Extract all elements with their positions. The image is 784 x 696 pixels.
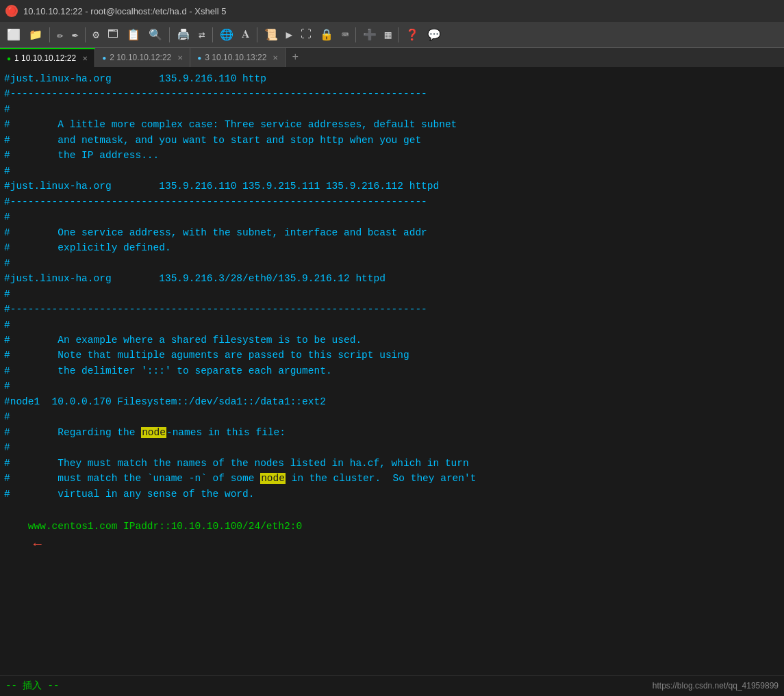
terminal-line-1: #just.linux-ha.org 135.9.216.110 http xyxy=(4,71,780,86)
new-tab-button[interactable]: + xyxy=(286,48,305,67)
terminal-line-19: # Note that multiple aguments are passed… xyxy=(4,348,780,363)
terminal-line-20: # the delimiter ':::' to separate each a… xyxy=(4,363,780,378)
sep5 xyxy=(257,27,257,42)
search-icon[interactable]: 🔍 xyxy=(146,27,165,43)
terminal-line-26: # They must match the names of the nodes… xyxy=(4,456,780,471)
terminal-line-2: #---------------------------------------… xyxy=(4,86,780,101)
globe-icon[interactable]: 🌐 xyxy=(217,27,236,43)
tab-1-close[interactable]: ✕ xyxy=(82,55,88,62)
tab-2-label: 2 10.10.10.12:22 xyxy=(110,53,171,62)
status-bar: -- 插入 -- https://blog.csdn.net/qq_419598… xyxy=(0,675,784,696)
sep2 xyxy=(85,27,86,42)
terminal-line-9: #---------------------------------------… xyxy=(4,194,780,209)
terminal-line-3: # xyxy=(4,102,780,117)
new-session-icon[interactable]: ⬜ xyxy=(4,27,23,43)
terminal-line-25: # xyxy=(4,440,780,455)
chat-icon[interactable]: 💬 xyxy=(425,27,444,43)
sep1 xyxy=(49,27,50,42)
font-icon[interactable]: 𝐀 xyxy=(239,27,253,42)
layout-icon[interactable]: ▦ xyxy=(382,27,394,43)
tab-3-close[interactable]: ✕ xyxy=(273,54,278,62)
app-icon: 🔴 xyxy=(5,5,18,17)
tab-3[interactable]: ● 3 10.10.10.13:22 ✕ xyxy=(190,48,286,67)
sep6 xyxy=(355,27,356,42)
terminal-line-21: # xyxy=(4,378,780,394)
terminal-line-18: # An example where a shared filesystem i… xyxy=(4,333,780,348)
open-icon[interactable]: 📁 xyxy=(26,27,45,43)
terminal-line-23: # xyxy=(4,409,780,424)
terminal-line-17: # xyxy=(4,318,780,333)
toolbar: ⬜ 📁 ✏️ ✒️ ⚙️ 🗔 📋 🔍 🖨️ ⇄ 🌐 𝐀 📜 ▶️ ⛶ 🔒 ⌨️ … xyxy=(0,22,784,48)
terminal-line-14: #just.linux-ha.org 135.9.216.3/28/eth0/1… xyxy=(4,271,780,286)
tab-3-dot: ● xyxy=(197,54,201,62)
script-icon[interactable]: 📜 xyxy=(262,27,281,43)
highlight-node-2: node xyxy=(260,473,286,484)
title-bar: 🔴 10.10.10.12:22 - root@localhost:/etc/h… xyxy=(0,0,784,22)
plus-icon[interactable]: ➕ xyxy=(360,27,379,43)
terminal-line-10: # xyxy=(4,209,780,224)
terminal-line-4: # A little more complex case: Three serv… xyxy=(4,117,780,132)
fullscreen-icon[interactable]: ⛶ xyxy=(298,27,314,42)
insert-status: -- 插入 -- xyxy=(5,679,59,694)
sep7 xyxy=(398,27,399,42)
sep4 xyxy=(212,27,213,42)
terminal-cmd-line: www.centos1.com IPaddr::10.10.10.100/24/… xyxy=(4,503,780,570)
tab-1-dot: ● xyxy=(7,55,11,62)
terminal-area[interactable]: #just.linux-ha.org 135.9.216.110 http #-… xyxy=(0,68,784,696)
tab-3-label: 3 10.10.10.13:22 xyxy=(205,53,266,62)
keyboard-icon[interactable]: ⌨️ xyxy=(339,27,351,43)
arrow-indicator: ← xyxy=(34,537,42,552)
terminal-line-11: # One service address, with the subnet, … xyxy=(4,225,780,240)
tab-1[interactable]: ● 1 10.10.10.12:22 ✕ xyxy=(0,48,95,67)
terminal-line-16: #---------------------------------------… xyxy=(4,302,780,317)
terminal-line-27: # must match the `uname -n` of some node… xyxy=(4,471,780,486)
sep3 xyxy=(169,27,170,42)
macro-icon[interactable]: ▶️ xyxy=(283,27,296,43)
lock-icon[interactable]: 🔒 xyxy=(317,27,336,43)
cmd-text: www.centos1.com IPaddr::10.10.10.100/24/… xyxy=(28,521,302,532)
print-icon[interactable]: 🖨️ xyxy=(174,27,193,43)
settings-icon[interactable]: ⚙️ xyxy=(90,27,102,43)
watermark: https://blog.csdn.net/qq_41959899 xyxy=(653,680,779,693)
tab-bar: ● 1 10.10.10.12:22 ✕ ● 2 10.10.10.12:22 … xyxy=(0,48,784,68)
edit-icon[interactable]: ✏️ xyxy=(54,27,66,43)
window-icon[interactable]: 🗔 xyxy=(105,27,121,42)
copy-icon[interactable]: 📋 xyxy=(124,27,143,43)
tab-2[interactable]: ● 2 10.10.10.12:22 ✕ xyxy=(95,48,190,67)
terminal-line-12: # explicitly defined. xyxy=(4,240,780,255)
terminal-line-6: # the IP address... xyxy=(4,148,780,163)
terminal-line-7: # xyxy=(4,164,780,179)
highlight-node-1: node xyxy=(141,427,166,438)
title-bar-text: 10.10.10.12:22 - root@localhost:/etc/ha.… xyxy=(23,6,227,16)
tab-1-label: 1 10.10.10.12:22 xyxy=(14,53,76,63)
tab-2-dot: ● xyxy=(102,54,106,62)
terminal-line-22: #node1 10.0.0.170 Filesystem::/dev/sda1:… xyxy=(4,394,780,409)
terminal-line-24: # Regarding the node-names in this file: xyxy=(4,425,780,440)
terminal-line-28: # virtual in any sense of the word. xyxy=(4,487,780,502)
compose-icon[interactable]: ✒️ xyxy=(69,27,81,43)
terminal-line-15: # xyxy=(4,287,780,302)
terminal-line-8: #just.linux-ha.org 135.9.216.110 135.9.2… xyxy=(4,179,780,194)
tab-2-close[interactable]: ✕ xyxy=(177,54,183,62)
transfer-icon[interactable]: ⇄ xyxy=(196,27,208,43)
terminal-line-13: # xyxy=(4,256,780,271)
terminal-line-5: # and netmask, and you want to start and… xyxy=(4,133,780,148)
help-icon[interactable]: ❓ xyxy=(403,27,422,43)
